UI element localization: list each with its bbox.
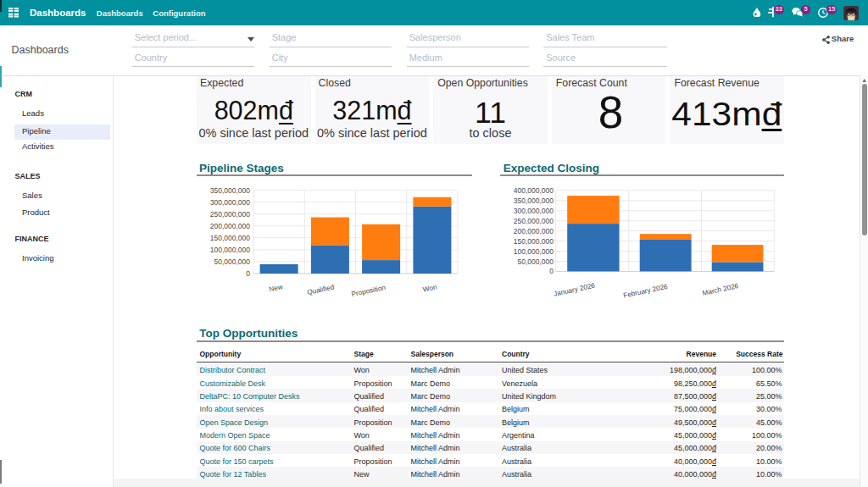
svg-text:250,000,000: 250,000,000 bbox=[210, 210, 251, 219]
svg-text:January 2026: January 2026 bbox=[553, 282, 596, 298]
svg-text:New: New bbox=[269, 283, 284, 293]
svg-text:Proposition: Proposition bbox=[351, 284, 387, 298]
svg-text:100,000,000: 100,000,000 bbox=[210, 246, 251, 254]
svg-text:350,000,000: 350,000,000 bbox=[514, 196, 554, 205]
svg-text:50,000,000: 50,000,000 bbox=[214, 257, 250, 266]
svg-text:200,000,000: 200,000,000 bbox=[514, 227, 554, 235]
svg-text:150,000,000: 150,000,000 bbox=[514, 237, 554, 246]
svg-text:350,000,000: 350,000,000 bbox=[210, 186, 251, 195]
svg-text:300,000,000: 300,000,000 bbox=[210, 198, 251, 207]
svg-text:200,000,000: 200,000,000 bbox=[210, 222, 251, 230]
svg-text:50,000,000: 50,000,000 bbox=[517, 257, 554, 266]
svg-text:Won: Won bbox=[422, 283, 438, 293]
svg-text:400,000,000: 400,000,000 bbox=[514, 186, 554, 195]
svg-text:0: 0 bbox=[549, 267, 554, 275]
svg-text:100,000,000: 100,000,000 bbox=[514, 247, 554, 256]
svg-text:Qualified: Qualified bbox=[307, 283, 336, 296]
svg-text:March 2026: March 2026 bbox=[702, 282, 740, 297]
svg-text:0: 0 bbox=[246, 269, 250, 278]
svg-text:150,000,000: 150,000,000 bbox=[210, 234, 251, 242]
svg-text:250,000,000: 250,000,000 bbox=[514, 217, 554, 225]
svg-text:February 2026: February 2026 bbox=[623, 283, 669, 300]
svg-text:300,000,000: 300,000,000 bbox=[514, 207, 554, 215]
